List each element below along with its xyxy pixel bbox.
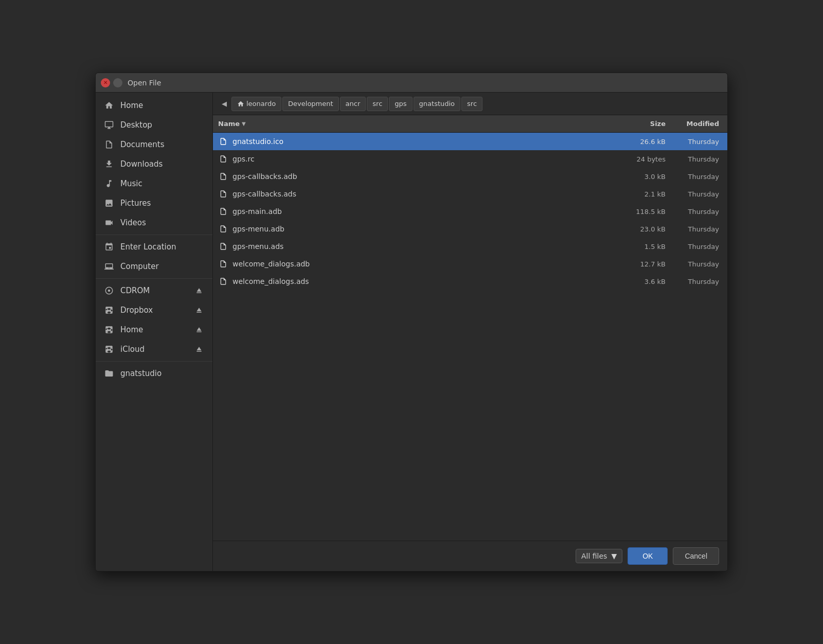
file-icon: [218, 171, 228, 182]
dropbox-icon: [104, 305, 114, 315]
breadcrumb-label-ancr: ancr: [346, 100, 361, 108]
cancel-button[interactable]: Cancel: [673, 547, 719, 565]
sidebar-item-icloud[interactable]: iCloud: [96, 339, 212, 359]
sidebar-label-home: Home: [120, 101, 204, 110]
titlebar: ✕ Open File: [96, 73, 727, 93]
sort-arrow: ▼: [242, 121, 246, 127]
breadcrumb-back-button[interactable]: ◀: [218, 98, 230, 110]
file-size: 23.0 kB: [614, 225, 666, 233]
file-icon: [218, 241, 228, 252]
sidebar-item-downloads[interactable]: Downloads: [96, 154, 212, 174]
breadcrumb-label-gps: gps: [395, 100, 406, 108]
sidebar-label-desktop: Desktop: [120, 120, 204, 130]
ok-button[interactable]: OK: [628, 547, 668, 565]
music-icon: [104, 178, 114, 189]
file-icon: [218, 136, 228, 147]
file-modified: Thursday: [666, 225, 722, 233]
dialog-content: Home Desktop Documents Dow: [96, 93, 727, 571]
file-icon: [218, 206, 228, 217]
column-name[interactable]: Name ▼: [218, 120, 614, 128]
sidebar-item-dropbox[interactable]: Dropbox: [96, 300, 212, 320]
file-size: 24 bytes: [614, 155, 666, 163]
file-modified: Thursday: [666, 138, 722, 146]
bottom-bar: All files ▼ OK Cancel: [213, 541, 727, 571]
sidebar-item-videos[interactable]: Videos: [96, 213, 212, 232]
file-modified: Thursday: [666, 278, 722, 285]
file-row[interactable]: gps-callbacks.adb 3.0 kB Thursday: [213, 168, 727, 185]
file-modified: Thursday: [666, 208, 722, 216]
column-modified[interactable]: Modified: [666, 120, 722, 128]
sidebar-label-icloud: iCloud: [120, 345, 188, 354]
breadcrumb-segment-ancr[interactable]: ancr: [340, 97, 366, 111]
breadcrumb-segment-development[interactable]: Development: [282, 97, 339, 111]
sidebar-item-documents[interactable]: Documents: [96, 135, 212, 154]
breadcrumb-segment-src[interactable]: src: [367, 97, 388, 111]
sidebar-label-videos: Videos: [120, 218, 204, 227]
file-name: gps-callbacks.adb: [232, 172, 614, 181]
file-row[interactable]: gps-menu.adb 23.0 kB Thursday: [213, 220, 727, 238]
filter-dropdown-icon: ▼: [611, 552, 617, 560]
icloud-eject-button[interactable]: [194, 344, 204, 354]
file-size: 12.7 kB: [614, 260, 666, 268]
dropbox-eject-button[interactable]: [194, 305, 204, 315]
minimize-button[interactable]: [113, 78, 122, 87]
sidebar-label-gnatstudio: gnatstudio: [120, 369, 204, 378]
file-modified: Thursday: [666, 260, 722, 268]
file-name: gps-callbacks.ads: [232, 190, 614, 198]
videos-icon: [104, 218, 114, 228]
file-size: 3.0 kB: [614, 173, 666, 181]
filter-label: All files: [581, 552, 607, 560]
column-size[interactable]: Size: [614, 120, 666, 128]
breadcrumb-segment-home[interactable]: leonardo: [231, 97, 281, 111]
breadcrumb-segment-gps[interactable]: gps: [389, 97, 412, 111]
file-icon: [218, 224, 228, 234]
home-drive-eject-button[interactable]: [194, 325, 204, 335]
sidebar-item-home[interactable]: Home: [96, 96, 212, 115]
cdrom-eject-button[interactable]: [194, 285, 204, 296]
file-name: gps-menu.adb: [232, 225, 614, 233]
file-row[interactable]: gps-menu.ads 1.5 kB Thursday: [213, 238, 727, 255]
file-area: Name ▼ Size Modified gnatstudio.ico 26.6…: [213, 115, 727, 541]
sidebar-item-music[interactable]: Music: [96, 174, 212, 193]
breadcrumb-label-development: Development: [288, 100, 333, 108]
file-row[interactable]: gps.rc 24 bytes Thursday: [213, 150, 727, 168]
desktop-icon: [104, 120, 114, 130]
sidebar-item-computer[interactable]: Computer: [96, 257, 212, 276]
file-row[interactable]: welcome_dialogs.adb 12.7 kB Thursday: [213, 255, 727, 273]
file-row[interactable]: welcome_dialogs.ads 3.6 kB Thursday: [213, 273, 727, 290]
file-name: gps-menu.ads: [232, 242, 614, 251]
sidebar-item-pictures[interactable]: Pictures: [96, 193, 212, 213]
sidebar-item-desktop[interactable]: Desktop: [96, 115, 212, 135]
sidebar-item-cdrom[interactable]: CDROM: [96, 281, 212, 300]
pictures-icon: [104, 198, 114, 208]
breadcrumb-label-src: src: [372, 100, 382, 108]
sidebar-label-documents: Documents: [120, 140, 204, 149]
breadcrumb-segment-gnatstudio[interactable]: gnatstudio: [414, 97, 460, 111]
dialog-title: Open File: [128, 79, 161, 87]
sidebar-item-home-drive[interactable]: Home: [96, 320, 212, 339]
sidebar: Home Desktop Documents Dow: [96, 93, 213, 571]
close-button[interactable]: ✕: [101, 78, 110, 87]
sidebar-divider-2: [96, 278, 212, 279]
file-icon: [218, 154, 228, 164]
computer-icon: [104, 261, 114, 272]
sidebar-item-gnatstudio[interactable]: gnatstudio: [96, 364, 212, 383]
file-row[interactable]: gps-callbacks.ads 2.1 kB Thursday: [213, 185, 727, 203]
file-row[interactable]: gnatstudio.ico 26.6 kB Thursday: [213, 133, 727, 150]
file-modified: Thursday: [666, 190, 722, 198]
file-row[interactable]: gps-main.adb 118.5 kB Thursday: [213, 203, 727, 220]
main-area: ◀ leonardo Development ancr src gps: [213, 93, 727, 571]
file-name: gps-main.adb: [232, 207, 614, 216]
file-size: 1.5 kB: [614, 243, 666, 251]
file-filter-select[interactable]: All files ▼: [576, 549, 622, 563]
file-name: welcome_dialogs.ads: [232, 277, 614, 285]
file-name: gps.rc: [232, 155, 614, 163]
breadcrumb-label-src2: src: [467, 100, 477, 108]
home-icon: [104, 100, 114, 111]
breadcrumb-segment-src2[interactable]: src: [461, 97, 482, 111]
sidebar-item-enter-location[interactable]: Enter Location: [96, 237, 212, 257]
breadcrumb-bar: ◀ leonardo Development ancr src gps: [213, 93, 727, 115]
sidebar-label-dropbox: Dropbox: [120, 306, 188, 315]
file-modified: Thursday: [666, 173, 722, 181]
file-icon: [218, 259, 228, 269]
